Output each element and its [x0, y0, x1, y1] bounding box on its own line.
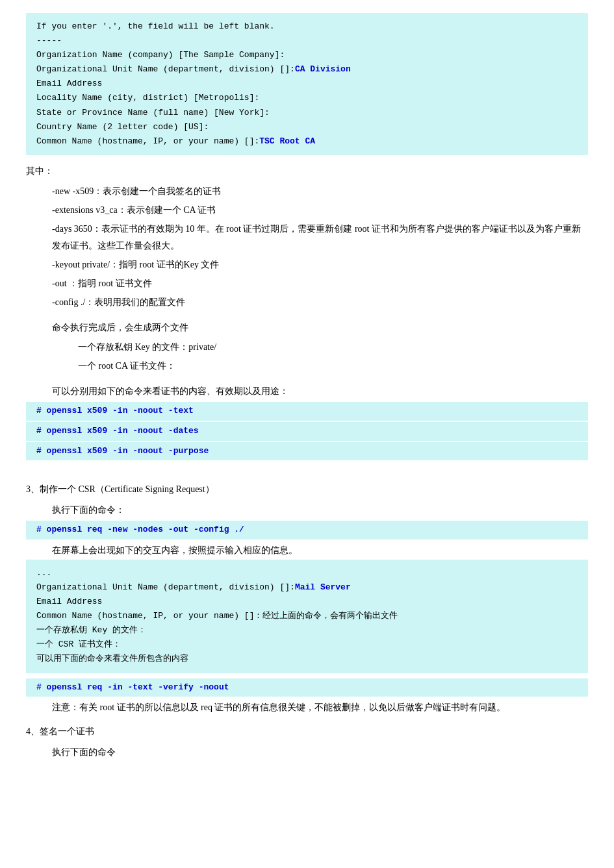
- exp-item-2: -extensions v3_ca：表示创建一个 CA 证书: [26, 201, 588, 219]
- exp2-line2: 一个存放私钥 Key 的文件：private/: [26, 338, 588, 356]
- section4-title: 4、签名一个证书: [26, 717, 588, 742]
- code-line-locality: Locality Name (city, district) [Metropol…: [36, 91, 578, 105]
- hash-prefix-4: #: [36, 525, 47, 534]
- cmd-openssl-3: openssl x509 -in -noout -purpose: [47, 446, 209, 456]
- code-line-org-unit: Organizational Unit Name (department, di…: [36, 62, 578, 77]
- code2-line6: 一个 CSR 证书文件：: [36, 638, 578, 652]
- explanation-title-1: 其中：: [26, 160, 588, 182]
- exp5-line1: 注意：有关 root 证书的所以信息以及 req 证书的所有信息很关键，不能被删…: [26, 698, 588, 717]
- hash-prefix-1: #: [36, 406, 47, 415]
- hash-prefix-2: #: [36, 426, 47, 436]
- org-unit2-prefix: Organizational Unit Name (department, di…: [36, 582, 295, 592]
- exp-item-4: -keyout private/：指明 root 证书的Key 文件: [26, 255, 588, 274]
- code2-line5: 一个存放私钥 Key 的文件：: [36, 623, 578, 638]
- cmd-openssl-req: openssl req -new -nodes -out -config ./: [47, 525, 244, 534]
- code-line-country: Country Name (2 letter code) [US]:: [36, 120, 578, 134]
- cmd-openssl-2: openssl x509 -in -noout -dates: [47, 426, 199, 436]
- org-unit-prefix: Organizational Unit Name (department, di…: [36, 64, 295, 74]
- hash-prefix-5: #: [36, 682, 47, 692]
- command-req-in: # openssl req -in -text -verify -noout: [26, 678, 588, 697]
- section4-line1: 执行下面的命令: [26, 743, 588, 762]
- exp-item-3: -days 3650：表示证书的有效期为 10 年。在 root 证书过期后，需…: [26, 219, 588, 254]
- exp2-line3: 一个 root CA 证书文件：: [26, 356, 588, 375]
- exp-item-6: -config ./：表明用我们的配置文件: [26, 293, 588, 312]
- code2-line4: Common Name (hostname, IP, or your name)…: [36, 609, 578, 623]
- command-req-new: # openssl req -new -nodes -out -config .…: [26, 521, 588, 539]
- code-line-common-name: Common Name (hostname, IP, or your name)…: [36, 134, 578, 149]
- org-name-prefix: Organization Name (company) [The Sample …: [36, 50, 285, 60]
- code2-line1: ...: [36, 566, 578, 580]
- exp-item-1: -new -x509：表示创建一个自我签名的证书: [26, 182, 588, 201]
- tsc-root-ca-highlight: TSC Root CA: [259, 136, 315, 146]
- exp2-line1: 命令执行完成后，会生成两个文件: [26, 318, 588, 337]
- code-line-blank-notice: If you enter '.', the field will be left…: [36, 19, 578, 34]
- cmd-openssl-1: openssl x509 -in -noout -text: [47, 406, 194, 415]
- code-line-email: Email Address: [36, 77, 578, 91]
- exp3-line1: 可以分别用如下的命令来看证书的内容、有效期以及用途：: [26, 382, 588, 401]
- section3-title: 3、制作一个 CSR（Certificate Signing Request）: [26, 475, 588, 500]
- code2-line7: 可以用下面的命令来看文件所包含的内容: [36, 652, 578, 666]
- ca-division-highlight: CA Division: [295, 64, 351, 74]
- hash-prefix-3: #: [36, 446, 47, 456]
- section3-line1: 执行下面的命令：: [26, 501, 588, 519]
- code2-line2: Organizational Unit Name (department, di…: [36, 580, 578, 595]
- command-x509-purpose: # openssl x509 -in -noout -purpose: [26, 442, 588, 461]
- command-x509-dates: # openssl x509 -in -noout -dates: [26, 422, 588, 441]
- exp-item-5: -out ：指明 root 证书文件: [26, 274, 588, 293]
- mail-server-highlight: Mail Server: [295, 582, 351, 592]
- cmd-openssl-req-in: openssl req -in -text -verify -noout: [47, 682, 229, 692]
- exp4-line1: 在屏幕上会出现如下的交互内容，按照提示输入相应的信息。: [26, 541, 588, 560]
- command-x509-text: # openssl x509 -in -noout -text: [26, 402, 588, 421]
- code-line-divider: -----: [36, 34, 578, 48]
- code2-line3: Email Address: [36, 595, 578, 609]
- common-name-prefix: Common Name (hostname, IP, or your name)…: [36, 136, 259, 146]
- main-content: If you enter '.', the field will be left…: [26, 13, 588, 762]
- code-block-2: ... Organizational Unit Name (department…: [26, 560, 588, 673]
- code-line-org-name: Organization Name (company) [The Sample …: [36, 48, 578, 62]
- code-line-state: State or Province Name (full name) [New …: [36, 106, 578, 120]
- code-block-1: If you enter '.', the field will be left…: [26, 13, 588, 155]
